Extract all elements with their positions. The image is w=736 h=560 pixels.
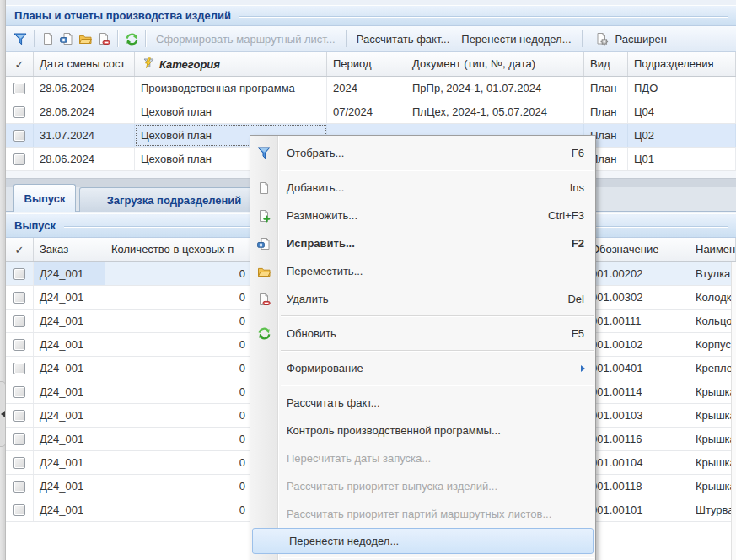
- cell-date: 31.07.2024: [34, 124, 135, 147]
- cell-code: 001.00401: [588, 357, 690, 380]
- menu-item-label: Пересчитать даты запуска...: [287, 452, 584, 465]
- row-checkbox[interactable]: [13, 410, 25, 422]
- refresh-icon[interactable]: [122, 30, 141, 48]
- refresh-icon: [250, 326, 277, 341]
- menu-item-label: Формирование: [287, 362, 570, 374]
- cell-code: 001.00102: [588, 333, 690, 356]
- column-header-division[interactable]: Подразделения: [628, 52, 736, 76]
- checkbox-cell: [6, 310, 34, 332]
- cell-qty: 0: [105, 380, 253, 403]
- menu-item[interactable]: Пересчитать даты запуска...: [250, 444, 595, 472]
- column-header-category[interactable]: Категория: [135, 52, 327, 76]
- column-header-kind[interactable]: Вид: [584, 52, 628, 76]
- cell-code: 001.00103: [588, 404, 690, 427]
- edit-icon[interactable]: [57, 30, 76, 48]
- plans-table-row[interactable]: 28.06.2024Цеховой план07/2024ПлЦех, 2024…: [6, 100, 736, 124]
- row-checkbox[interactable]: [13, 130, 25, 142]
- column-header-date[interactable]: Дата смены сост: [34, 52, 135, 76]
- extended-button[interactable]: Расширен: [587, 27, 673, 51]
- menu-item[interactable]: Добавить...Ins: [250, 174, 595, 202]
- doc-gear-icon: [593, 30, 611, 48]
- plans-table-row[interactable]: 28.06.2024Производственная программа2024…: [6, 77, 736, 100]
- row-checkbox[interactable]: [13, 83, 25, 94]
- tab-zagruzka-podrazdeleniy[interactable]: Загрузка подразделений: [79, 187, 269, 212]
- cell-name: Втулка: [690, 262, 736, 285]
- submenu-arrow-icon: [581, 365, 585, 372]
- column-header-qty[interactable]: Количество в цеховых п: [105, 238, 253, 261]
- form-route-list-button: Сформировать маршрутный лист...: [150, 30, 341, 48]
- collapse-left-icon: [1, 411, 5, 417]
- cell-document: ПлЦех, 2024-1, 05.07.2024: [406, 100, 584, 123]
- cell-name: Крышка: [690, 475, 736, 498]
- panel-collapse-strip[interactable]: [0, 0, 6, 560]
- check-column-icon: ✓: [15, 53, 24, 76]
- column-header-document[interactable]: Документ (тип, №, дата): [406, 52, 584, 76]
- section-title: Выпуск: [14, 219, 56, 232]
- menu-item[interactable]: Исправить...F2: [250, 229, 595, 257]
- doc-plus-icon: [250, 209, 277, 223]
- tab-vypusk[interactable]: Выпуск: [13, 184, 76, 212]
- column-header-period[interactable]: Период: [327, 52, 406, 76]
- menu-item-label: Рассчитать факт...: [287, 396, 584, 409]
- row-checkbox[interactable]: [13, 268, 25, 280]
- menu-item[interactable]: Рассчитать факт...: [250, 389, 595, 417]
- filter-icon[interactable]: [11, 30, 30, 48]
- row-checkbox[interactable]: [13, 504, 25, 516]
- row-checkbox[interactable]: [13, 292, 25, 304]
- cell-qty: 0: [105, 428, 253, 450]
- move-folder-icon[interactable]: [76, 30, 94, 48]
- menu-item[interactable]: Размножить...Ctrl+F3: [250, 202, 595, 229]
- menu-item-label: Перенести недодел...: [289, 535, 582, 547]
- cell-qty: 0: [105, 286, 253, 309]
- menu-item[interactable]: УдалитьDel: [250, 285, 595, 313]
- cell-name: Колодк: [690, 286, 736, 309]
- cell-name: Крышка: [690, 404, 736, 427]
- row-checkbox[interactable]: [13, 339, 25, 351]
- row-checkbox[interactable]: [13, 433, 25, 445]
- toolbar-separator: [117, 30, 118, 47]
- menu-item[interactable]: Контроль производственной программы...: [250, 417, 595, 444]
- row-checkbox[interactable]: [13, 481, 25, 493]
- cell-qty: 0: [105, 357, 253, 380]
- row-checkbox[interactable]: [13, 315, 25, 327]
- cell-order: Д24_001: [34, 428, 105, 450]
- row-checkbox[interactable]: [13, 457, 25, 469]
- menu-separator: [250, 347, 595, 354]
- row-checkbox[interactable]: [13, 106, 25, 118]
- row-checkbox[interactable]: [13, 386, 25, 398]
- checkbox-cell: [6, 262, 34, 285]
- menu-item[interactable]: Переместить...: [250, 257, 595, 285]
- cell-division: Ц01: [628, 148, 736, 170]
- cell-category: Производственная программа: [135, 77, 327, 100]
- row-checkbox[interactable]: [13, 153, 25, 165]
- menu-item[interactable]: Отобрать...F6: [250, 139, 595, 167]
- column-header-order[interactable]: Заказ: [34, 238, 105, 261]
- menu-item[interactable]: Рассчитать приоритет выпуска изделий...: [250, 472, 595, 500]
- transfer-backlog-button[interactable]: Перенести недодел...: [455, 30, 577, 48]
- cell-code: 001.00202: [588, 262, 690, 285]
- menu-item[interactable]: Формирование: [250, 354, 595, 382]
- menu-item[interactable]: ОбновитьF5: [250, 320, 595, 347]
- add-icon[interactable]: [39, 30, 57, 48]
- column-header-name[interactable]: Наимен: [690, 238, 736, 261]
- collapse-handle[interactable]: [0, 381, 6, 447]
- vertical-scrollbar[interactable]: [731, 262, 736, 560]
- cell-date: 28.06.2024: [34, 100, 135, 123]
- cell-date: 28.06.2024: [34, 148, 135, 170]
- menu-item-label: Отобрать...: [287, 147, 572, 159]
- menu-item[interactable]: Рассчитать приоритет партий маршрутных л…: [250, 500, 595, 528]
- cell-name: Крышка: [690, 428, 736, 450]
- cell-qty: 0: [105, 404, 253, 427]
- checkbox-cell: [6, 333, 34, 356]
- calc-fact-button[interactable]: Рассчитать факт...: [351, 30, 456, 48]
- cell-division: Ц04: [628, 100, 736, 123]
- cell-code: 001.00111: [588, 310, 690, 332]
- menu-item[interactable]: Перенести недодел...: [252, 528, 594, 554]
- column-header-code[interactable]: Обозначение: [588, 238, 690, 261]
- cell-period: 07/2024: [327, 100, 406, 123]
- menu-item-shortcut: F6: [572, 147, 584, 159]
- cell-order: Д24_001: [34, 357, 105, 380]
- row-checkbox[interactable]: [13, 363, 25, 374]
- delete-icon[interactable]: [94, 30, 113, 48]
- menu-item-label: Рассчитать приоритет партий маршрутных л…: [287, 508, 584, 520]
